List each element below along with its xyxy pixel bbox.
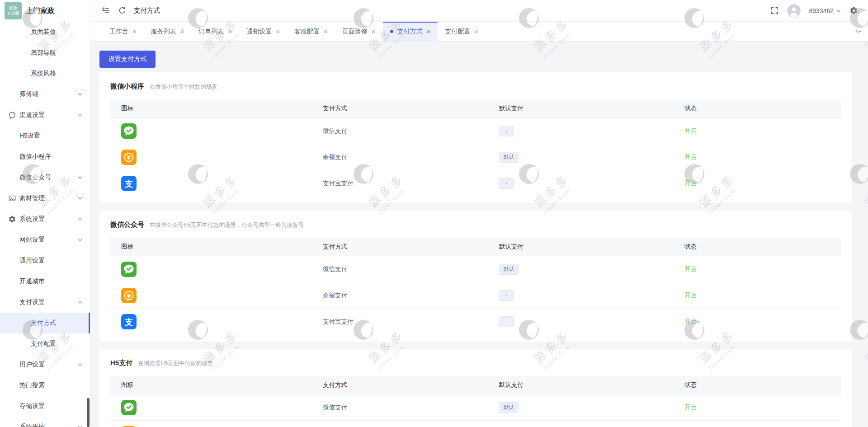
sidebar-item-label: 网站设置 bbox=[19, 236, 45, 244]
close-icon[interactable]: × bbox=[324, 28, 328, 35]
status-cell[interactable]: 开启 bbox=[674, 153, 841, 161]
sidebar-item-label: 师傅端 bbox=[19, 90, 38, 99]
sidebar-item-system-maintenance[interactable]: 系统维护 bbox=[0, 417, 90, 427]
sidebar-item-hot-search[interactable]: 热门搜索 bbox=[0, 375, 90, 396]
avatar[interactable] bbox=[787, 4, 801, 18]
tab-page-decoration[interactable]: 页面装修× bbox=[335, 22, 383, 41]
balance-icon: ¥ bbox=[121, 288, 137, 303]
table-header-row: 图标支付方式默认支付状态 bbox=[110, 99, 841, 117]
sidebar-item-payment-settings[interactable]: 支付设置 bbox=[0, 292, 90, 313]
breadcrumb: 支付方式 bbox=[134, 6, 160, 15]
status-cell[interactable]: 开启 bbox=[674, 179, 841, 188]
fullscreen-icon[interactable] bbox=[770, 6, 779, 15]
status-cell[interactable]: 开启 bbox=[674, 318, 841, 326]
chat-icon bbox=[8, 111, 16, 119]
close-icon[interactable]: × bbox=[372, 28, 376, 35]
payment-table: 图标支付方式默认支付状态微信支付默认开启¥ bbox=[110, 376, 841, 427]
table-header-cell: 状态 bbox=[674, 104, 841, 113]
table-row: 微信支付默认开启 bbox=[110, 394, 841, 420]
sidebar-item-payment-config[interactable]: 支付配置 bbox=[0, 333, 90, 354]
user-id: 8933462 bbox=[809, 7, 834, 14]
sidebar-item-wechat-official[interactable]: 微信公众号 bbox=[0, 167, 90, 188]
chevron-up-icon bbox=[77, 300, 83, 305]
table-row: 支支付宝支付-开启 bbox=[110, 170, 841, 196]
status-cell[interactable]: 开启 bbox=[674, 404, 841, 412]
status-cell[interactable]: 开启 bbox=[674, 127, 841, 135]
sidebar-item-channel-settings[interactable]: 渠道设置 bbox=[0, 105, 90, 126]
chevron-up-icon bbox=[77, 216, 83, 222]
section-header: 微信公众号在微信公众号H5页面中付款的场景，公众号类型一般为服务号 bbox=[110, 221, 841, 230]
sidebar-item-storage-settings[interactable]: 存储设置 bbox=[0, 396, 90, 417]
sidebar-item-label: 开通城市 bbox=[19, 277, 45, 286]
close-icon[interactable]: × bbox=[276, 28, 280, 35]
tab-label: 页面装修 bbox=[342, 28, 368, 36]
tab-payment-config[interactable]: 支付配置× bbox=[438, 22, 486, 41]
default-badge[interactable]: 默认 bbox=[499, 152, 519, 163]
sidebar-item-wechat-miniprogram[interactable]: 微信小程序 bbox=[0, 146, 90, 167]
refresh-icon[interactable] bbox=[118, 6, 127, 15]
sidebar-item-user-settings[interactable]: 用户设置 bbox=[0, 354, 90, 375]
close-icon[interactable]: × bbox=[427, 28, 431, 35]
tab-payment-methods[interactable]: 支付方式× bbox=[383, 22, 438, 41]
sidebar-item-material-management[interactable]: 素材管理 bbox=[0, 188, 90, 209]
tab-label: 工作台 bbox=[109, 28, 128, 36]
default-badge[interactable]: 默认 bbox=[499, 402, 519, 413]
tab-bar: 工作台×服务列表×订单列表×通知设置×客服配置×页面装修×支付方式×支付配置× bbox=[90, 22, 868, 42]
sidebar-menu: 页面装修底部导航系统风格师傅端渠道设置H5设置微信小程序微信公众号素材管理系统设… bbox=[0, 22, 90, 427]
default-badge[interactable]: - bbox=[499, 290, 514, 301]
sidebar-item-label: 存储设置 bbox=[19, 402, 45, 410]
tab-customer-service[interactable]: 客服配置× bbox=[287, 22, 335, 41]
collapse-menu-icon[interactable] bbox=[101, 6, 110, 15]
default-badge[interactable]: - bbox=[499, 126, 514, 136]
default-badge[interactable]: 默认 bbox=[499, 264, 519, 275]
table-header-cell: 状态 bbox=[674, 243, 841, 251]
table-row: 支支付宝支付-开启 bbox=[110, 308, 841, 334]
tab-label: 支付方式 bbox=[397, 28, 423, 36]
icon-cell bbox=[110, 400, 312, 415]
close-icon[interactable]: × bbox=[180, 28, 184, 35]
sidebar-item-payment-methods[interactable]: 支付方式 bbox=[0, 313, 90, 333]
sidebar-item-label: 支付配置 bbox=[31, 340, 56, 348]
user-menu[interactable]: 8933462 bbox=[809, 7, 841, 14]
close-icon[interactable]: × bbox=[228, 28, 232, 35]
tab-order-list[interactable]: 订单列表× bbox=[192, 22, 240, 41]
sidebar-item-h5-settings[interactable]: H5设置 bbox=[0, 126, 90, 146]
sidebar-scrollbar-thumb[interactable] bbox=[87, 398, 90, 427]
section-subtitle: 在微信小程序中付款的场景 bbox=[150, 83, 217, 91]
alipay-icon: 支 bbox=[121, 314, 137, 329]
method-cell: 余额支付 bbox=[312, 153, 488, 161]
close-icon[interactable]: × bbox=[132, 28, 137, 35]
table-row: 微信支付-开启 bbox=[110, 117, 841, 144]
default-cell: 默认 bbox=[488, 264, 673, 275]
sidebar-item-bottom-nav[interactable]: 底部导航 bbox=[0, 42, 90, 63]
table-header-cell: 支付方式 bbox=[312, 243, 488, 251]
status-cell[interactable]: 开启 bbox=[674, 291, 841, 300]
default-badge[interactable]: - bbox=[499, 316, 514, 327]
logo-row[interactable]: 家政 专业版 上门家政 bbox=[0, 0, 90, 22]
chevron-up-icon bbox=[77, 113, 83, 118]
default-badge[interactable]: - bbox=[499, 178, 514, 189]
settings-gear-icon[interactable] bbox=[849, 6, 858, 15]
sidebar-item-system-style[interactable]: 系统风格 bbox=[0, 63, 90, 84]
sidebar-item-website-settings[interactable]: 网站设置 bbox=[0, 230, 90, 250]
tab-workbench[interactable]: 工作台× bbox=[102, 22, 144, 41]
default-cell: - bbox=[488, 290, 673, 301]
close-icon[interactable]: × bbox=[474, 28, 478, 35]
sidebar: 家政 专业版 上门家政 页面装修底部导航系统风格师傅端渠道设置H5设置微信小程序… bbox=[0, 0, 90, 427]
default-cell: 默认 bbox=[488, 152, 673, 163]
tab-service-list[interactable]: 服务列表× bbox=[144, 22, 192, 41]
sidebar-item-general-settings[interactable]: 通用设置 bbox=[0, 250, 90, 271]
table-header-cell: 默认支付 bbox=[488, 104, 673, 113]
tab-notification-settings[interactable]: 通知设置× bbox=[239, 22, 287, 41]
tab-list-chevron-down-icon[interactable] bbox=[847, 22, 868, 41]
chevron-down-icon bbox=[77, 175, 83, 180]
sidebar-item-open-cities[interactable]: 开通城市 bbox=[0, 271, 90, 292]
sidebar-item-master-app[interactable]: 师傅端 bbox=[0, 84, 90, 105]
sidebar-item-system-settings[interactable]: 系统设置 bbox=[0, 209, 90, 230]
chevron-down-icon bbox=[77, 92, 83, 97]
wechat-pay-icon bbox=[121, 262, 137, 277]
set-payment-method-button[interactable]: 设置支付方式 bbox=[99, 51, 156, 68]
status-cell[interactable]: 开启 bbox=[674, 265, 841, 273]
sidebar-item-page-decoration[interactable]: 页面装修 bbox=[0, 22, 90, 42]
svg-text:支: 支 bbox=[124, 179, 133, 188]
